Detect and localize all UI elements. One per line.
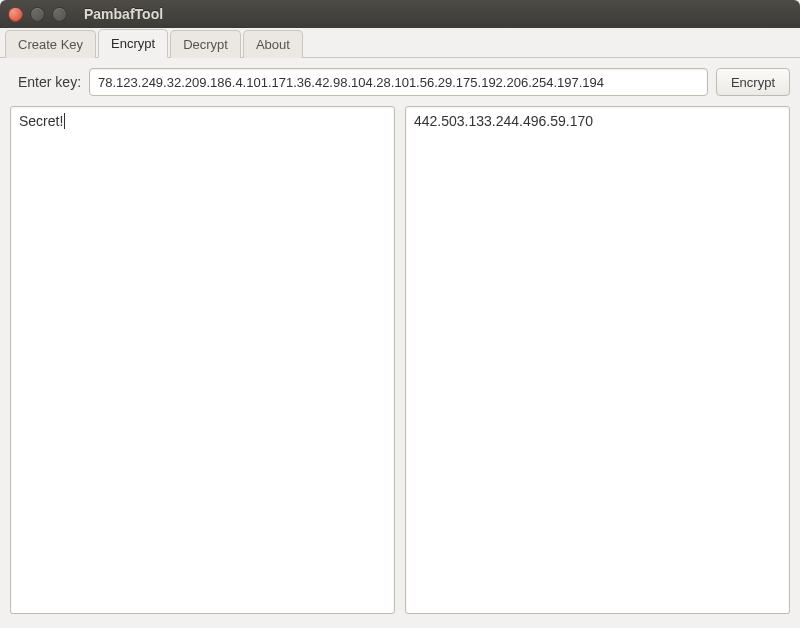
- client-area: Create Key Encrypt Decrypt About Enter k…: [0, 28, 800, 628]
- tab-create-key[interactable]: Create Key: [5, 30, 96, 58]
- titlebar: PambafTool: [0, 0, 800, 28]
- window-maximize-button[interactable]: [52, 7, 67, 22]
- window-minimize-button[interactable]: [30, 7, 45, 22]
- tabbar: Create Key Encrypt Decrypt About: [0, 28, 800, 58]
- window-close-button[interactable]: [8, 7, 23, 22]
- tab-encrypt[interactable]: Encrypt: [98, 29, 168, 58]
- panes: Secret! 442.503.133.244.496.59.170: [10, 106, 790, 614]
- key-label: Enter key:: [10, 74, 81, 90]
- ciphertext-output[interactable]: 442.503.133.244.496.59.170: [405, 106, 790, 614]
- tab-about[interactable]: About: [243, 30, 303, 58]
- tab-content-encrypt: Enter key: Encrypt Secret! 442.503.133.2…: [0, 58, 800, 628]
- tab-decrypt[interactable]: Decrypt: [170, 30, 241, 58]
- window-title: PambafTool: [84, 6, 163, 22]
- key-row: Enter key: Encrypt: [10, 68, 790, 96]
- plaintext-text: Secret!: [19, 113, 65, 129]
- encrypt-button[interactable]: Encrypt: [716, 68, 790, 96]
- plaintext-input[interactable]: Secret!: [10, 106, 395, 614]
- key-input[interactable]: [89, 68, 708, 96]
